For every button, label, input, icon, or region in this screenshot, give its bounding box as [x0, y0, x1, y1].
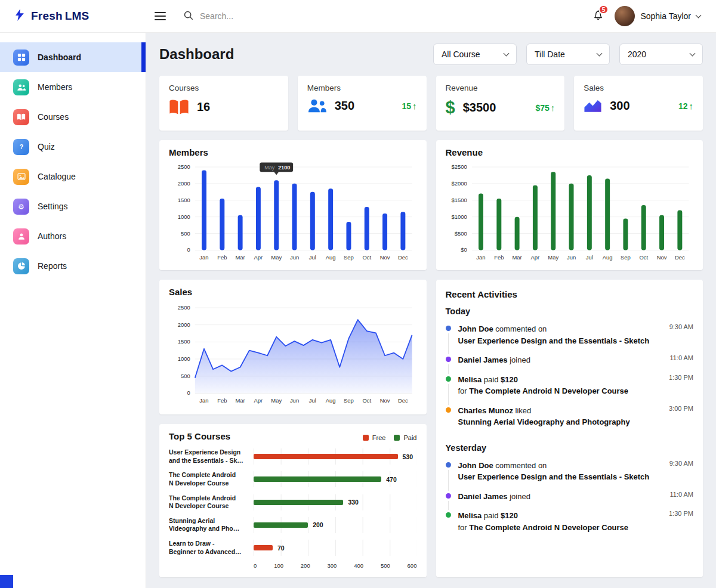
filter-select-2[interactable]: 2020 [619, 44, 703, 65]
stat-value: 350 [335, 99, 354, 113]
sidebar-item-courses[interactable]: Courses [0, 102, 146, 132]
svg-text:Nov: Nov [656, 254, 666, 261]
catalogue-icon [13, 169, 29, 185]
topbar-actions: 5 Sophia Taylor [591, 6, 716, 26]
chevron-down-icon [597, 50, 603, 56]
svg-text:?: ? [19, 143, 23, 150]
svg-text:Jan: Jan [199, 397, 208, 404]
hbar-bar [254, 522, 308, 528]
svg-text:Jun: Jun [290, 254, 299, 261]
up-arrow-icon: ↑ [551, 103, 555, 113]
svg-text:$0: $0 [461, 246, 467, 253]
svg-text:May: May [548, 254, 558, 261]
activity-dot [446, 512, 451, 518]
activity-dot [446, 376, 451, 382]
activity-item: Melisa paid $120for The Complete Android… [446, 374, 694, 405]
sidebar-item-label: Settings [38, 202, 68, 211]
stat-value: 300 [610, 99, 629, 113]
hbar-axis-tick: 300 [328, 562, 337, 569]
activity-item: Charles Munoz likedStunning Aerial Video… [446, 405, 694, 436]
search-input[interactable] [199, 11, 312, 21]
sidebar-item-label: Courses [38, 112, 69, 122]
revenue-chart-title: Revenue [446, 147, 694, 157]
sidebar-item-label: Reports [38, 261, 67, 271]
sidebar-item-dashboard[interactable]: Dashboard [0, 42, 146, 72]
stat-label: Revenue [446, 83, 555, 92]
svg-text:Oct: Oct [362, 254, 371, 261]
activity-time: 11:0 AM [669, 354, 693, 374]
filter-select-1[interactable]: Till Date [526, 44, 610, 65]
filter-value: All Course [442, 49, 480, 59]
charts-grid: Members 05001000150020002500JanFebMarApr… [159, 140, 703, 577]
activity-item: Melisa paid $120for The Complete Android… [446, 510, 694, 541]
svg-text:Feb: Feb [494, 254, 504, 261]
sidebar-item-label: Dashboard [38, 52, 81, 62]
stat-label: Sales [584, 83, 693, 92]
legend-item: Paid [394, 434, 416, 441]
activity-rail [446, 510, 452, 541]
svg-text:Oct: Oct [362, 397, 371, 404]
timeline-line [448, 384, 449, 405]
notifications-button[interactable]: 5 [591, 9, 605, 23]
svg-text:Mar: Mar [512, 254, 521, 261]
activity-rail [446, 354, 452, 374]
svg-text:1500: 1500 [178, 338, 190, 345]
sidebar-item-settings[interactable]: ⚙Settings [0, 191, 146, 221]
svg-text:500: 500 [181, 230, 190, 237]
svg-text:⚙: ⚙ [18, 203, 24, 211]
hbar-row: Stunning AerialVideography and Pho…200 [169, 517, 417, 533]
hbar-bar [254, 454, 398, 459]
courses-icon [13, 109, 29, 125]
stat-delta: 15↑ [402, 101, 416, 111]
activity-text: Melisa paid $120for The Complete Android… [458, 374, 658, 405]
hbar-track: 530 [254, 448, 417, 465]
sidebar-item-catalogue[interactable]: Catalogue [0, 162, 146, 191]
svg-text:Sep: Sep [344, 397, 354, 404]
members-bar-chart: 05001000150020002500JanFebMarAprMayJunJu… [169, 160, 417, 264]
activity-item: John Doe commented onUser Experience Des… [446, 460, 694, 491]
svg-text:Aug: Aug [326, 397, 336, 404]
stat-label: Members [307, 83, 417, 92]
stat-delta: 12↑ [678, 101, 693, 111]
page-header: Dashboard All CourseTill Date2020 [159, 44, 703, 65]
svg-text:May: May [271, 254, 282, 261]
activity-time: 9:30 AM [669, 323, 693, 354]
quiz-icon: ? [13, 139, 29, 155]
filter-select-0[interactable]: All Course [433, 44, 517, 65]
sidebar-item-members[interactable]: Members [0, 72, 146, 102]
stat-card-revenue: Revenue$$3500$75↑ [436, 76, 565, 131]
dashboard-icon [13, 49, 29, 66]
sidebar-item-quiz[interactable]: ?Quiz [0, 132, 146, 162]
app-root: FreshLMS 5 Sophia Taylor Das [0, 0, 716, 588]
stat-label: Courses [169, 83, 279, 92]
svg-text:$2500: $2500 [451, 163, 467, 170]
user-menu[interactable]: Sophia Taylor [615, 6, 700, 26]
activities-section-label: Yesterday [446, 443, 694, 453]
activity-item: John Doe commented onUser Experience Des… [446, 323, 694, 354]
svg-text:$1500: $1500 [451, 197, 467, 203]
sidebar-item-label: Authors [38, 231, 66, 241]
sales-chart-card: Sales 05001000150020002500JanFebMarAprMa… [159, 280, 427, 414]
book-icon [169, 99, 189, 115]
activity-text: Charles Munoz likedStunning Aerial Video… [458, 405, 658, 436]
sidebar-item-authors[interactable]: Authors [0, 221, 146, 251]
hbar-axis-tick: 0 [254, 562, 257, 569]
sidebar-item-reports[interactable]: Reports [0, 251, 146, 281]
logo-text-primary: Fresh [31, 10, 63, 22]
activity-time: 9:30 AM [669, 460, 693, 491]
stat-card-sales: Sales30012↑ [574, 76, 703, 131]
stat-value: 16 [197, 100, 210, 114]
search-box[interactable] [183, 10, 312, 23]
svg-text:Jul: Jul [309, 397, 316, 404]
svg-text:0: 0 [187, 246, 190, 253]
people-icon [307, 99, 327, 113]
hbar-track: 70 [254, 540, 417, 556]
logo[interactable]: FreshLMS [0, 8, 146, 24]
hbar-axis-tick: 600 [408, 562, 417, 569]
menu-toggle-button[interactable] [155, 10, 170, 22]
recent-activities-card: Recent Activities TodayJohn Doe commente… [436, 280, 703, 577]
timeline-line [448, 333, 449, 354]
settings-icon: ⚙ [13, 199, 29, 215]
hbar-value: 70 [277, 544, 285, 552]
filters: All CourseTill Date2020 [433, 44, 703, 65]
